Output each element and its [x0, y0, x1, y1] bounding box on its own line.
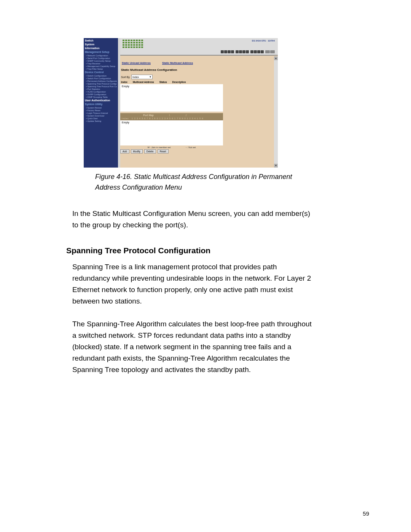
- address-table-list[interactable]: Empty: [120, 84, 223, 112]
- nav-item[interactable]: Port Statistics: [86, 88, 117, 91]
- port-map-index-label2: Index: [122, 117, 129, 120]
- port-map-list[interactable]: Empty: [120, 120, 223, 145]
- nav-item[interactable]: Switch Port Configuration: [86, 77, 117, 80]
- legend-member: M : Join in member set: [148, 146, 171, 149]
- port-map-empty: Empty: [122, 121, 129, 124]
- port-map-group-2: 2: [185, 114, 187, 117]
- port-jacks: [221, 50, 275, 53]
- page-number: 59: [363, 510, 369, 517]
- device-model-label: ES 3416 STS - 12/704: [252, 40, 275, 42]
- nav-item[interactable]: System Download: [86, 115, 117, 117]
- sort-by-value: Index: [132, 76, 139, 78]
- port-led-grid: [123, 40, 151, 52]
- sort-by-label: Sort By: [121, 76, 130, 78]
- nav-item[interactable]: Trap Receiver: [86, 62, 117, 65]
- nav-item[interactable]: Update Setting: [86, 120, 117, 123]
- port-map-legend: M : Join in member set - : Not set: [120, 146, 223, 149]
- paragraph: Spanning Tree is a link management proto…: [72, 261, 316, 307]
- nav-header-information: Information: [85, 47, 117, 50]
- col-index: Index: [121, 81, 127, 83]
- panel-title: Static Multicast Address Configuration: [121, 68, 272, 72]
- nav-item[interactable]: Spanning Tree Protocol Port Configuratio…: [86, 85, 117, 88]
- nav-item[interactable]: Switch Configuration: [86, 75, 117, 77]
- figure: Switch System Information Management Set…: [84, 38, 369, 193]
- paragraph: In the Static Multicast Configuration Me…: [72, 208, 316, 231]
- nav-header-switch: Switch: [85, 39, 117, 42]
- nav-item[interactable]: GVRP Configuration: [86, 93, 117, 96]
- figure-caption: Figure 4-16. Static Multicast Address Co…: [95, 171, 293, 193]
- modify-button[interactable]: Modify: [131, 149, 143, 153]
- col-status: Status: [159, 81, 167, 83]
- address-table-header: Index Multicast Address Status Descripti…: [121, 81, 272, 83]
- legend-notset: - : Not set: [186, 146, 196, 149]
- nav-header-system: System: [85, 43, 117, 46]
- nav-header-device-control: Device Control: [85, 71, 117, 74]
- device-header-panel: ES 3416 STS - 12/704: [120, 38, 278, 56]
- nav-item[interactable]: SNMP Community Setup: [86, 60, 117, 62]
- address-tabs: Static Unicast Address Static Multicast …: [122, 62, 272, 64]
- scroll-up-icon[interactable]: ▲: [274, 56, 278, 60]
- sort-by-select[interactable]: Index ▼: [131, 75, 153, 79]
- nav-item[interactable]: Spanning Tree Protocol Configuration: [86, 83, 117, 85]
- port-map-numbers-row: Index 1 2 3 4 5 6 7 8 1 9 0 1 2 3 4 5 6 …: [120, 117, 223, 120]
- page: Switch System Information Management Set…: [0, 0, 411, 532]
- section-heading-stp: Spanning Tree Protocol Configuration: [66, 246, 369, 255]
- nav-item[interactable]: IGMP Snooping Table: [86, 96, 117, 99]
- delete-button[interactable]: Delete: [144, 149, 156, 153]
- nav-header-user-auth: User Authentication: [85, 99, 117, 102]
- main-content: Static Unicast Address Static Multicast …: [120, 56, 272, 166]
- tab-static-multicast[interactable]: Static Multicast Address: [162, 62, 193, 64]
- nav-item[interactable]: Trap Filter Setup: [86, 68, 117, 70]
- port-map-numbers: 1 2 3 4 5 6 7 8 1 9 0 1 2 3 4 5 6 1 7 8 …: [132, 117, 204, 120]
- nav-item[interactable]: Quick Start: [86, 117, 117, 120]
- nav-item[interactable]: Factory Reset: [86, 109, 117, 112]
- scroll-down-icon[interactable]: ▼: [274, 164, 278, 168]
- screenshot-static-multicast: Switch System Information Management Set…: [84, 38, 278, 168]
- paragraph: The Spanning-Tree Algorithm calculates t…: [72, 318, 316, 375]
- nav-header-sys-utility: System Utility: [85, 103, 117, 106]
- port-map-group-1: 1: [169, 114, 170, 117]
- address-table-empty: Empty: [122, 85, 129, 88]
- nav-item[interactable]: Serial Port Configuration: [86, 57, 117, 60]
- content-scrollbar[interactable]: ▲ ▼: [274, 56, 278, 168]
- reset-button[interactable]: Reset: [158, 149, 169, 153]
- nav-item[interactable]: VLAN Configuration: [86, 91, 117, 93]
- nav-item[interactable]: Management Capability Setup: [86, 65, 117, 68]
- col-description: Description: [172, 81, 186, 83]
- nav-item[interactable]: Permanent Address Configuration: [86, 80, 117, 83]
- nav-item[interactable]: System Restart: [86, 107, 117, 109]
- nav-item[interactable]: Login Timeout Interval: [86, 112, 117, 115]
- port-map-header: Index Port Map 1 2: [120, 113, 223, 117]
- nav-header-mgmt-setup: Management Setup: [85, 51, 117, 54]
- tab-static-unicast[interactable]: Static Unicast Address: [122, 62, 151, 64]
- col-multicast-address: Multicast Address: [133, 81, 154, 83]
- chevron-down-icon: ▼: [149, 76, 151, 78]
- nav-item[interactable]: Network Configuration: [86, 54, 117, 57]
- nav-sidebar: Switch System Information Management Set…: [84, 38, 118, 168]
- port-map-title: Port Map: [143, 114, 154, 117]
- action-buttons: Add Modify Delete Reset: [120, 149, 272, 153]
- add-button[interactable]: Add: [120, 149, 129, 153]
- sort-row: Sort By Index ▼: [121, 75, 272, 79]
